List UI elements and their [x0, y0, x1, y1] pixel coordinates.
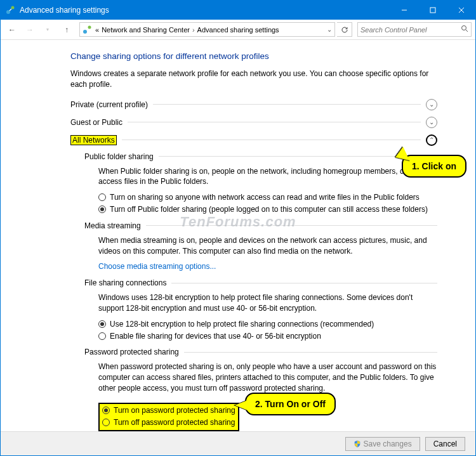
breadcrumb[interactable]: « Network and Sharing Center › Advanced … [79, 22, 335, 37]
media-streaming-options-link[interactable]: Choose media streaming options... [98, 261, 437, 272]
section-private: Private (current profile) ⌄ [70, 99, 437, 110]
svg-point-6 [83, 30, 87, 34]
breadcrumb-separator: › [192, 26, 195, 34]
section-all-networks: All Networks ⌃ Public folder sharing Whe… [70, 134, 437, 432]
password-sharing-desc: When password protected sharing is on, o… [98, 362, 437, 393]
titlebar: Advanced sharing settings [1, 1, 475, 20]
chevron-up-icon: ⌃ [429, 136, 434, 143]
chevron-down-icon: ⌄ [429, 119, 434, 126]
nav-forward-button: → [22, 22, 37, 37]
expand-private-button[interactable]: ⌄ [426, 99, 437, 110]
maximize-button[interactable] [418, 1, 447, 20]
page-title: Change sharing options for different net… [70, 51, 437, 61]
media-streaming-desc: When media streaming is on, people and d… [98, 235, 437, 257]
file-sharing-title: File sharing connections [84, 278, 166, 287]
collapse-all-networks-button[interactable]: ⌃ [426, 134, 437, 146]
breadcrumb-prefix[interactable]: « [95, 26, 99, 34]
password-off-label: Turn off password protected sharing [114, 417, 235, 428]
nav-up-button[interactable]: ↑ [59, 22, 74, 37]
svg-line-9 [466, 30, 468, 32]
nav-recent-dropdown[interactable]: ▾ [40, 22, 55, 37]
save-changes-label: Save changes [364, 440, 412, 448]
section-title-private: Private (current profile) [70, 100, 148, 109]
svg-point-7 [88, 25, 91, 29]
search-box[interactable] [357, 22, 472, 37]
breadcrumb-item[interactable]: Advanced sharing settings [197, 26, 279, 34]
encryption-128-radio[interactable] [98, 320, 106, 328]
svg-rect-3 [430, 8, 435, 13]
svg-point-8 [462, 26, 466, 30]
shield-icon [354, 440, 361, 448]
cancel-label: Cancel [433, 440, 457, 448]
subsection-password-sharing: Password protected sharing When password… [84, 348, 437, 431]
page-description: Windows creates a separate network profi… [70, 68, 437, 90]
password-sharing-title: Password protected sharing [84, 348, 179, 356]
breadcrumb-dropdown-icon[interactable]: ⌄ [327, 26, 332, 33]
media-streaming-title: Media streaming [84, 221, 141, 230]
password-on-radio[interactable] [102, 407, 110, 414]
callout-click-on: 1. Click on [402, 155, 466, 178]
close-button[interactable] [447, 1, 475, 20]
refresh-button[interactable] [337, 22, 352, 37]
subsection-media-streaming: Media streaming When media streaming is … [84, 221, 437, 272]
nav-back-button[interactable]: ← [4, 22, 20, 37]
section-title-guest: Guest or Public [70, 118, 122, 127]
svg-point-1 [11, 6, 15, 10]
breadcrumb-icon [83, 25, 93, 35]
save-changes-button[interactable]: Save changes [345, 437, 420, 451]
encryption-40-56-radio[interactable] [98, 332, 106, 340]
content-pane: Change sharing options for different net… [1, 40, 475, 433]
chevron-down-icon: ⌄ [429, 101, 434, 108]
subsection-public-folder-sharing: Public folder sharing When Public folder… [84, 152, 437, 215]
minimize-button[interactable] [390, 1, 418, 20]
search-icon[interactable] [461, 25, 468, 34]
expand-guest-button[interactable]: ⌄ [426, 117, 437, 128]
subsection-file-sharing: File sharing connections Windows uses 12… [84, 278, 437, 341]
network-icon [6, 5, 16, 15]
public-sharing-on-radio[interactable] [98, 193, 106, 201]
search-input[interactable] [360, 26, 461, 34]
navbar: ← → ▾ ↑ « Network and Sharing Center › A… [1, 20, 475, 40]
public-sharing-off-label: Turn off Public folder sharing (people l… [110, 204, 428, 215]
callout-turn-on-off: 2. Turn On or Off [245, 393, 336, 415]
footer: Save changes Cancel [1, 431, 475, 455]
public-sharing-off-radio[interactable] [98, 205, 106, 213]
breadcrumb-item[interactable]: Network and Sharing Center [102, 26, 190, 34]
public-folder-sharing-title: Public folder sharing [84, 152, 154, 161]
password-on-label: Turn on password protected sharing [114, 405, 235, 416]
public-sharing-on-label: Turn on sharing so anyone with network a… [110, 192, 420, 203]
section-title-all-networks: All Networks [70, 135, 117, 145]
public-folder-sharing-desc: When Public folder sharing is on, people… [98, 166, 437, 188]
section-guest: Guest or Public ⌄ [70, 117, 437, 128]
cancel-button[interactable]: Cancel [425, 437, 465, 451]
window-title: Advanced sharing settings [20, 6, 390, 15]
password-off-radio[interactable] [102, 419, 110, 426]
file-sharing-desc: Windows uses 128-bit encryption to help … [98, 292, 437, 314]
encryption-128-label: Use 128-bit encryption to help protect f… [110, 319, 374, 330]
encryption-40-56-label: Enable file sharing for devices that use… [110, 331, 321, 342]
